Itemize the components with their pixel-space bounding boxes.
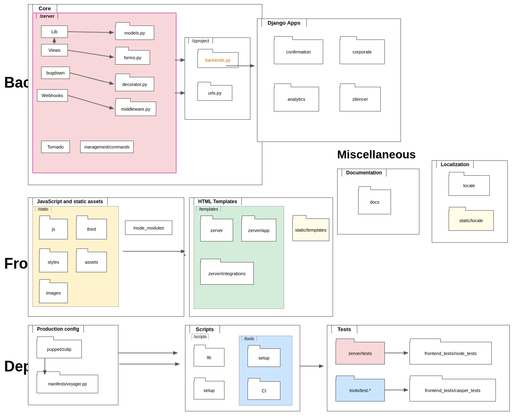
corporate-folder: corporate bbox=[340, 39, 385, 64]
confirmation-folder: confirmation bbox=[274, 39, 323, 64]
tests-title: Tests bbox=[331, 325, 357, 333]
js-static-section: JavaScript and static assets /static js … bbox=[28, 197, 184, 317]
html-templates-title: HTML Templates bbox=[194, 197, 242, 205]
production-config-title: Production config bbox=[32, 325, 84, 333]
svg-line-12 bbox=[68, 32, 113, 32]
decorator-py-folder: decorator.py bbox=[115, 77, 154, 91]
scripts-title: Scripts bbox=[190, 325, 220, 333]
tools-label: /tools bbox=[241, 336, 257, 341]
static-label: /static bbox=[35, 206, 51, 212]
middleware-py-folder: middleware.py bbox=[115, 102, 156, 116]
forms-py-folder: forms.py bbox=[115, 50, 150, 65]
documentation-section: Documentation docs bbox=[337, 169, 419, 234]
scripts-setup-folder: setup bbox=[194, 381, 224, 399]
static-templates-folder: static/templates bbox=[292, 218, 329, 241]
models-py-folder: models.py bbox=[115, 26, 154, 40]
manifests-folder: manifests/voyager.pp bbox=[37, 375, 98, 393]
zerver-box: /zerver Lib Views bugdown Webhooks Torna… bbox=[32, 13, 176, 173]
tests-section: Tests zerver/tests tools/test-* frontend… bbox=[327, 325, 510, 411]
assets-folder: assets bbox=[76, 252, 107, 272]
main-container: Back-end Core /zerver Lib Views bugdown … bbox=[0, 0, 516, 420]
images-folder: images bbox=[39, 283, 68, 303]
core-title: Core bbox=[32, 4, 57, 12]
node-tests-folder: frontend_tests/node_tests bbox=[410, 342, 492, 364]
tools-setup-folder: setup bbox=[248, 348, 280, 367]
localization-section: Localization locale static/locale bbox=[432, 160, 508, 243]
js-static-title: JavaScript and static assets bbox=[32, 197, 108, 205]
js-folder: js bbox=[39, 219, 68, 239]
tornado-box: Tornado bbox=[41, 141, 70, 153]
scripts-label: /scripts bbox=[192, 334, 209, 339]
third-folder: third bbox=[76, 219, 107, 239]
management-box: management/commands bbox=[80, 141, 134, 153]
lib-box: Lib bbox=[41, 26, 68, 38]
documentation-title: Documentation bbox=[342, 169, 386, 176]
zerver-label: /zerver bbox=[36, 13, 58, 19]
bugdown-box: bugdown bbox=[41, 67, 70, 79]
backends-py-folder: backends.py bbox=[197, 52, 238, 68]
templates-label: /templates bbox=[196, 206, 221, 212]
tools-test-folder: tools/test-* bbox=[336, 379, 385, 401]
locale-folder: locale bbox=[449, 175, 490, 196]
scripts-section: Scripts /scripts lib setup /tools setup bbox=[185, 325, 300, 411]
svg-line-13 bbox=[68, 50, 113, 57]
views-box: Views bbox=[41, 44, 68, 56]
tools-ci-folder: CI bbox=[248, 381, 280, 400]
localization-title: Localization bbox=[436, 160, 474, 168]
tools-box: /tools setup CI bbox=[239, 336, 292, 406]
static-box: /static js third styles assets bbox=[32, 206, 119, 307]
node-modules-box: /node_modules bbox=[125, 220, 172, 235]
styles-folder: styles bbox=[39, 252, 68, 272]
production-config-section: Production config puppet/zulip manifests… bbox=[28, 325, 118, 405]
zerver-app-folder: zerver/app bbox=[241, 219, 276, 241]
zerver-integrations-folder: zerver/integrations bbox=[200, 262, 254, 285]
html-templates-section: HTML Templates /templates zerver zerver/… bbox=[189, 197, 333, 317]
urls-py-folder: urls.py bbox=[197, 85, 232, 101]
analytics-folder: analytics bbox=[274, 87, 319, 111]
miscellaneous-title: Miscellaneous bbox=[337, 148, 416, 161]
django-apps-title: Django Apps bbox=[261, 19, 307, 27]
scripts-lib-folder: lib bbox=[194, 348, 224, 367]
zproject-label: /zproject bbox=[188, 37, 213, 44]
zilencer-folder: zilencer bbox=[340, 87, 381, 111]
zerver-template-folder: zerver bbox=[200, 219, 233, 241]
puppet-zulip-folder: puppet/zulip bbox=[37, 340, 82, 358]
zerver-tests-folder: zerver/tests bbox=[336, 342, 385, 364]
svg-line-14 bbox=[70, 73, 113, 84]
webhooks-box: Webhooks bbox=[37, 89, 68, 102]
static-locale-folder: static/locale bbox=[449, 210, 494, 231]
django-apps-section: Django Apps confirmation corporate analy… bbox=[257, 19, 401, 142]
svg-line-15 bbox=[68, 95, 113, 109]
docs-folder: docs bbox=[358, 190, 391, 214]
zproject-box: /zproject backends.py urls.py bbox=[185, 37, 250, 120]
core-section: Core /zerver Lib Views bugdown Webhooks … bbox=[28, 4, 262, 185]
casper-tests-folder: frontend_tests/casper_tests bbox=[410, 379, 496, 401]
templates-box: /templates zerver zerver/app zerver/inte… bbox=[194, 206, 284, 309]
